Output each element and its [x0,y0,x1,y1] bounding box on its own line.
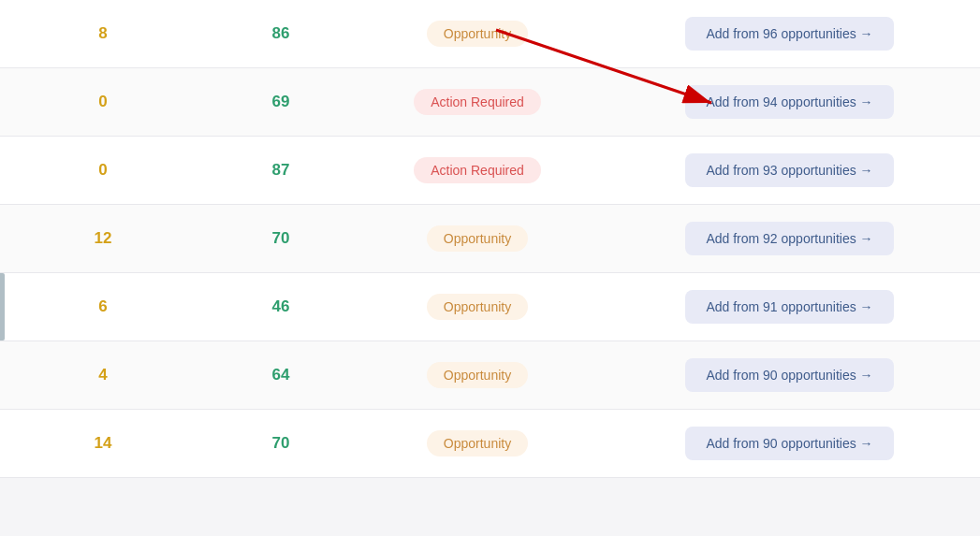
table-row: 069Action RequiredAdd from 94 opportunit… [0,68,980,137]
cell-action: Add from 92 opportunities → [599,222,980,255]
cell-action: Add from 90 opportunities → [599,358,980,392]
add-opportunities-button[interactable]: Add from 93 opportunities → [685,153,893,187]
add-opportunities-button[interactable]: Add from 91 opportunities → [685,290,893,324]
table-row: 646OpportunityAdd from 91 opportunities … [0,273,980,341]
status-badge: Opportunity [427,362,528,388]
cell-badge: Opportunity [356,430,599,456]
cell-action: Add from 90 opportunities → [599,427,980,460]
table-row: 087Action RequiredAdd from 93 opportunit… [0,137,980,205]
cell-num2: 70 [206,229,356,248]
add-opportunities-button[interactable]: Add from 92 opportunities → [685,222,893,255]
add-opportunities-button[interactable]: Add from 90 opportunities → [685,427,893,460]
table-container: 886OpportunityAdd from 96 opportunities … [0,0,980,478]
status-badge: Opportunity [427,430,528,456]
status-badge: Action Required [414,157,541,183]
add-opportunities-button[interactable]: Add from 90 opportunities → [685,358,893,392]
cell-num1: 8 [0,24,206,43]
status-badge: Opportunity [427,294,528,320]
cell-num2: 86 [206,24,356,43]
status-badge: Action Required [414,89,541,115]
status-badge: Opportunity [427,21,528,47]
cell-num1: 4 [0,366,206,384]
table-row: 464OpportunityAdd from 90 opportunities … [0,341,980,410]
status-badge: Opportunity [427,225,528,252]
cell-num1: 12 [0,229,206,248]
cell-action: Add from 96 opportunities → [599,17,980,51]
cell-badge: Action Required [356,89,599,115]
table-row: 1270OpportunityAdd from 92 opportunities… [0,205,980,273]
cell-action: Add from 91 opportunities → [599,290,980,324]
cell-badge: Opportunity [356,294,599,320]
cell-badge: Action Required [356,157,599,183]
cell-badge: Opportunity [356,21,599,47]
cell-num1: 0 [0,93,206,111]
table-row: 1470OpportunityAdd from 90 opportunities… [0,410,980,478]
table-row: 886OpportunityAdd from 96 opportunities … [0,0,980,68]
cell-action: Add from 93 opportunities → [599,153,980,187]
cell-num2: 69 [206,93,356,111]
cell-num1: 0 [0,161,206,180]
cell-num2: 70 [206,434,356,453]
cell-num2: 46 [206,297,356,316]
add-opportunities-button[interactable]: Add from 96 opportunities → [685,17,893,51]
cell-action: Add from 94 opportunities → [599,85,980,119]
add-opportunities-button[interactable]: Add from 94 opportunities → [685,85,893,119]
cell-num2: 64 [206,366,356,384]
cell-num1: 6 [0,297,206,316]
cell-num2: 87 [206,161,356,180]
cell-num1: 14 [0,434,206,453]
cell-badge: Opportunity [356,362,599,388]
cell-badge: Opportunity [356,225,599,252]
